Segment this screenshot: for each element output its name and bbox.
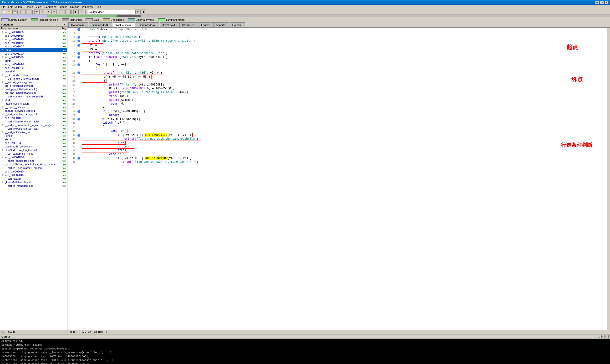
tab-enums[interactable]: Enums× — [199, 22, 214, 27]
breakpoint-dot[interactable] — [78, 28, 80, 31]
func-row-sub_140002040[interactable]: ○sub_140002040.tex — [0, 173, 67, 177]
toolbar-text[interactable]: T — [40, 10, 45, 14]
functions-close-btn[interactable]: × — [63, 23, 66, 26]
tab-close-btn[interactable]: × — [226, 24, 227, 26]
func-row-__scrt_release_startup_lock[interactable]: ○__scrt_release_startup_lock.tex — [0, 127, 67, 130]
func-row-_UserMathErrorFunction[interactable]: ○_UserMathErrorFunction.tex — [0, 180, 67, 184]
func-row-sub_140001520[interactable]: ○sub_140001520.tex — [0, 55, 67, 59]
func-row-__scrt_is_managed_app[interactable]: ○__scrt_is_managed_app.tex — [0, 184, 67, 187]
nav-color-bar[interactable] — [0, 15, 610, 17]
menu-help[interactable]: Help — [96, 5, 101, 8]
menu-options[interactable]: Options — [70, 5, 79, 8]
func-row-sub_140001010[interactable]: ○sub_140001010.tex — [0, 34, 67, 37]
menu-jump[interactable]: Jump — [15, 5, 22, 8]
tab-close-btn[interactable]: × — [176, 24, 178, 26]
func-row-capture_previous_context[interactable]: ○capture_previous_context.tex — [0, 109, 67, 112]
func-row-charNode::raw_length(void)[interactable]: ○charNode::raw_length(void).tex — [0, 148, 67, 152]
func-row-sub_14001F30[interactable]: ○sub_14001F30.tex — [0, 141, 67, 145]
toolbar-new[interactable]: 📄 — [1, 10, 6, 14]
func-row-start[interactable]: ○start.tex — [0, 98, 67, 102]
output-float-btn[interactable]: □ — [601, 335, 605, 338]
func-row-main[interactable]: ●main.tex — [0, 48, 67, 52]
func-row-post_pgo_initialization(void)[interactable]: ○post_pgo_initialization(void).tex — [0, 87, 67, 91]
code-content[interactable]: 7 char *Block; // [rsp+38h] [rbp-10h]89 … — [67, 28, 607, 330]
func-row-__GSHandlerCheckCommon[interactable]: ○__GSHandlerCheckCommon.tex — [0, 77, 67, 80]
func-row-__scrt_is_nonwritable_in_current_image[interactable]: ○__scrt_is_nonwritable_in_current_image.… — [0, 123, 67, 127]
minimize-button[interactable]: − — [595, 1, 599, 4]
breakpoint-dot[interactable] — [78, 134, 80, 137]
func-row-sub_140002030[interactable]: ○sub_140002030.tex — [0, 169, 67, 173]
menu-edit[interactable]: Edit — [8, 5, 13, 8]
tab-stack-of-main[interactable]: Stack of main× — [113, 22, 135, 27]
breakpoint-dot[interactable] — [78, 52, 80, 55]
func-row-__scrt_initialize_default_local_stdio_options[interactable]: ○__scrt_initialize_default_local_stdio_o… — [0, 162, 67, 166]
func-row-__scrt_is_user_matherr_present[interactable]: ○__scrt_is_user_matherr_present.tex — [0, 166, 67, 169]
func-row-sub_140001000[interactable]: ○sub_140001000.tex — [0, 30, 67, 34]
toolbar-pseudo[interactable]: P — [52, 10, 57, 14]
func-row-UserMathErrorFunction[interactable]: ○UserMathErrorFunction.tex — [0, 145, 67, 148]
right-scrollbar[interactable] — [607, 28, 610, 330]
func-row-__scrt_uninitialize_crt[interactable]: ○__scrt_uninitialize_crt.tex — [0, 130, 67, 134]
menu-search[interactable]: Search — [25, 5, 33, 8]
menu-file[interactable]: File — [1, 5, 5, 8]
func-row-__guard_check_icall_nop[interactable]: ○__guard_check_icall_nop.tex — [0, 159, 67, 162]
func-row-_onexit[interactable]: ○_onexit.tex — [0, 134, 67, 137]
tab-close-btn[interactable]: × — [156, 24, 157, 26]
func-row-atexit[interactable]: ○atexit.tex — [0, 137, 67, 141]
breakpoint-dot[interactable] — [78, 39, 80, 42]
func-row-_raise_securityfailure[interactable]: ○_raise_securityfailure.tex — [0, 102, 67, 105]
tab-close-btn[interactable]: × — [85, 24, 86, 26]
functions-minimize-btn[interactable]: _ — [55, 23, 58, 26]
func-row-__report_gsfailure[interactable]: ○__report_gsfailure.tex — [0, 105, 67, 109]
toolbar-back[interactable]: ← — [21, 10, 26, 14]
func-row-sub_140001070[interactable]: ○sub_140001070.tex — [0, 41, 67, 45]
tab-ida-view-a[interactable]: IDA View-A× — [68, 22, 88, 27]
tab-pseudocode-b[interactable]: Pseudocode-B× — [89, 22, 112, 27]
functions-float-btn[interactable]: □ — [59, 23, 62, 26]
toolbar-xref[interactable]: X — [65, 10, 71, 14]
toolbar-debug-go[interactable]: ⚙ — [135, 10, 141, 14]
func-row-__scrt_fastfail[interactable]: ○__scrt_fastfail.tex — [0, 177, 67, 180]
func-row-__security_check_cookie[interactable]: ○__security_check_cookie.te — [0, 80, 67, 84]
toolbar-fwd[interactable]: → — [26, 10, 31, 14]
breakpoint-dot[interactable] — [78, 36, 80, 39]
func-row-sub_1400010C2[interactable]: ○sub_1400010C2.tex — [0, 116, 67, 120]
breakpoint-dot[interactable] — [78, 71, 80, 74]
func-row-__scrt_common_main_seh(void)[interactable]: ○__scrt_common_main_seh(void).tex — [0, 95, 67, 98]
breakpoint-dot[interactable] — [78, 118, 80, 120]
toolbar-save[interactable]: 💾 — [13, 10, 18, 14]
func-row-pre_cpp_initialization(void)[interactable]: ○pre_cpp_initialization(void).tex — [0, 91, 67, 95]
func-row-vsnprintf[interactable]: ○vsnprintf.tex — [0, 70, 67, 73]
func-row-sub_140001190[interactable]: ○sub_140001190.tex — [0, 52, 67, 55]
func-row-sub_140001FF0[interactable]: ○sub_140001FF0.tex — [0, 155, 67, 159]
func-row-sub_1400016E0[interactable]: ○sub_1400016E0.tex — [0, 62, 67, 66]
breakpoint-dot[interactable] — [78, 63, 80, 66]
output-minimize-btn[interactable]: _ — [597, 335, 601, 338]
output-close-btn[interactable]: × — [605, 335, 609, 338]
breakpoint-dot[interactable] — [78, 110, 80, 113]
menu-windows[interactable]: Windows — [82, 5, 93, 8]
func-row-__scrt_acquire_startup_lock[interactable]: ○__scrt_acquire_startup_lock.tex — [0, 112, 67, 116]
breakpoint-dot[interactable] — [78, 56, 80, 59]
maximize-button[interactable]: □ — [600, 1, 604, 4]
tab-close-btn[interactable]: × — [210, 24, 211, 26]
toolbar-step[interactable]: ↓ — [79, 10, 84, 14]
menu-lumina[interactable]: Lumina — [59, 5, 67, 8]
toolbar-run[interactable]: ▶ — [73, 10, 79, 14]
breakpoint-dot[interactable] — [78, 157, 80, 160]
toolbar-open[interactable]: 📂 — [7, 10, 12, 14]
breakpoint-dot[interactable] — [78, 44, 80, 47]
output-content[interactable]: Search failed.Command "JumpError" failed… — [0, 339, 610, 364]
menu-debugger[interactable]: Debugger — [44, 5, 56, 8]
tab-hex-view-1[interactable]: Hex View-1× — [160, 22, 180, 27]
toolbar-hex[interactable]: H — [34, 10, 39, 14]
tab-close-btn[interactable]: × — [242, 24, 243, 26]
tab-imports[interactable]: Imports× — [214, 22, 230, 27]
func-row-printf[interactable]: ○printf.tex — [0, 59, 67, 62]
func-row-__scrt_initialize_onexit_tables[interactable]: ○__scrt_initialize_onexit_tables.tex — [0, 120, 67, 123]
func-row-__GSHandlerCheck[interactable]: ○__GSHandlerCheck.tex — [0, 73, 67, 77]
tab-close-btn[interactable]: × — [109, 24, 110, 26]
toolbar-graph[interactable]: G — [46, 10, 51, 14]
func-row-sub_140001760[interactable]: ○sub_140001760.tex — [0, 66, 67, 70]
tab-close-btn[interactable]: × — [195, 24, 196, 26]
